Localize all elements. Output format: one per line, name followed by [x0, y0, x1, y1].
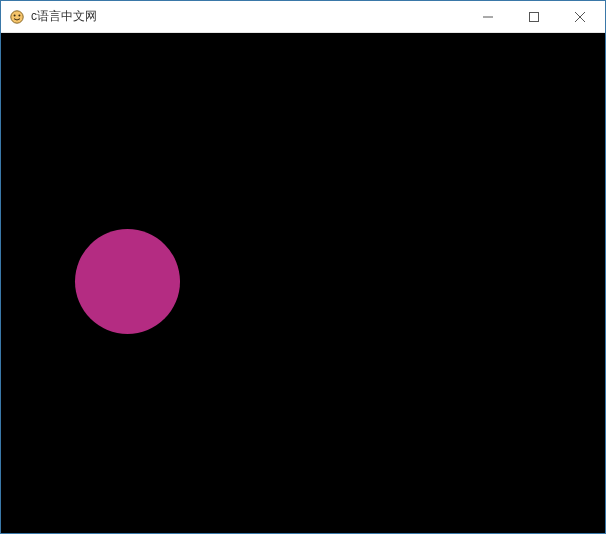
app-icon	[9, 9, 25, 25]
titlebar[interactable]: c语言中文网	[1, 1, 605, 33]
canvas-area	[1, 33, 605, 533]
close-button[interactable]	[557, 1, 603, 32]
maximize-button[interactable]	[511, 1, 557, 32]
svg-rect-4	[530, 12, 539, 21]
app-window: c语言中文网	[0, 0, 606, 534]
drawn-circle	[75, 229, 180, 334]
svg-point-3	[18, 14, 20, 16]
svg-point-2	[14, 14, 16, 16]
window-controls	[465, 1, 603, 32]
minimize-button[interactable]	[465, 1, 511, 32]
window-title: c语言中文网	[31, 8, 465, 25]
